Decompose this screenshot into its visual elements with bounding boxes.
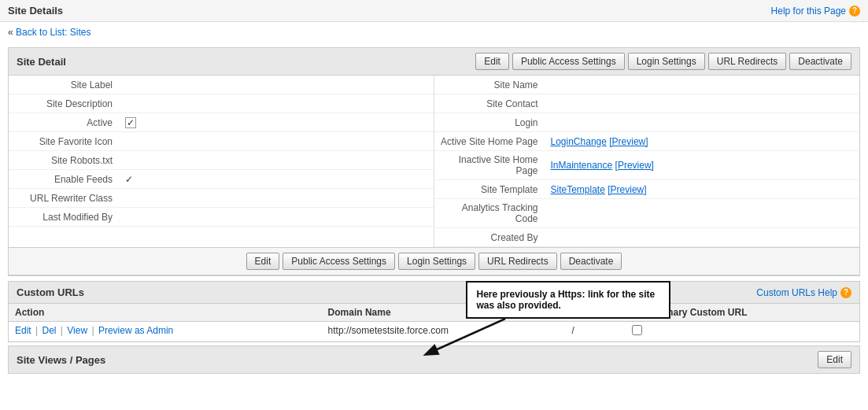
site-detail-title: Site Detail: [17, 56, 66, 68]
separator-1: |: [35, 325, 40, 336]
favorite-icon-label: Site Favorite Icon: [9, 133, 119, 150]
active-label: Active: [9, 114, 119, 131]
public-access-button-top[interactable]: Public Access Settings: [512, 53, 625, 70]
url-redirects-button-top[interactable]: URL Redirects: [708, 53, 787, 70]
page-header: Site Details Help for this Page ?: [0, 0, 868, 22]
login-value: [545, 120, 860, 126]
enable-feeds-row: Enable Feeds ✓: [9, 170, 434, 189]
active-value: ✓: [119, 114, 434, 131]
custom-urls-help-icon: ?: [840, 287, 851, 298]
in-maintenance-preview-link[interactable]: [Preview]: [615, 160, 654, 171]
top-button-group: Edit Public Access Settings Login Settin…: [475, 53, 851, 70]
site-contact-row: Site Contact: [434, 94, 860, 113]
analytics-value: [545, 210, 860, 216]
site-label-label: Site Label: [9, 76, 119, 94]
inactive-home-value: InMaintenance [Preview]: [545, 157, 860, 174]
analytics-row: Analytics Tracking Code: [434, 199, 860, 228]
site-template-preview-link[interactable]: [Preview]: [608, 184, 646, 195]
last-modified-row: Last Modified By: [9, 208, 434, 227]
site-views-edit-button[interactable]: Edit: [818, 351, 851, 368]
active-home-row: Active Site Home Page LoginChange [Previ…: [434, 132, 860, 151]
col-action: Action: [9, 304, 322, 322]
public-access-button-bottom[interactable]: Public Access Settings: [283, 253, 395, 270]
site-template-label: Site Template: [434, 181, 545, 198]
site-name-value: [545, 82, 860, 88]
bottom-button-group: Edit Public Access Settings Login Settin…: [9, 247, 859, 275]
site-name-row: Site Name: [434, 76, 860, 94]
back-prefix: «: [8, 27, 13, 38]
help-link[interactable]: Help for this Page ?: [771, 6, 860, 17]
created-by-value: [545, 235, 860, 241]
svg-line-0: [427, 319, 505, 354]
page-title: Site Details: [8, 5, 63, 17]
separator-2: |: [61, 325, 65, 336]
robots-txt-value: [119, 157, 434, 164]
created-by-label: Created By: [434, 229, 545, 246]
edit-button-top[interactable]: Edit: [475, 53, 509, 70]
enable-feeds-value: ✓: [119, 171, 434, 188]
site-contact-value: [545, 101, 860, 107]
site-contact-label: Site Contact: [434, 95, 545, 113]
callout-area: Here previously a Https: link for the si…: [8, 281, 860, 342]
login-change-preview-link[interactable]: [Preview]: [609, 136, 648, 147]
callout-container: Here previously a Https: link for the si…: [419, 273, 623, 350]
left-column: Site Label Site Description Active ✓ Sit…: [9, 76, 434, 247]
help-icon: ?: [849, 6, 860, 17]
site-template-row: Site Template SiteTemplate [Preview]: [434, 180, 860, 199]
site-label-value: [119, 82, 434, 88]
separator-3: |: [91, 325, 96, 336]
site-template-link[interactable]: SiteTemplate: [551, 184, 605, 195]
action-preview-link[interactable]: Preview as Admin: [98, 325, 173, 336]
login-settings-button-bottom[interactable]: Login Settings: [398, 253, 475, 270]
deactivate-button-top[interactable]: Deactivate: [789, 53, 851, 70]
in-maintenance-link[interactable]: InMaintenance: [551, 160, 613, 171]
site-description-label: Site Description: [9, 95, 119, 113]
primary-url-checkbox[interactable]: [632, 325, 642, 335]
robots-txt-label: Site Robots.txt: [9, 152, 119, 169]
back-to-list-link[interactable]: Back to List: Sites: [16, 27, 90, 38]
right-column: Site Name Site Contact Login Active Site…: [434, 76, 860, 247]
action-view-link[interactable]: View: [67, 325, 87, 336]
url-redirects-button-bottom[interactable]: URL Redirects: [478, 253, 557, 270]
site-label-row: Site Label: [9, 76, 434, 94]
active-home-value: LoginChange [Preview]: [545, 133, 860, 150]
help-link-text: Help for this Page: [771, 6, 846, 17]
callout-box: Here previously a Https: link for the si…: [466, 281, 670, 319]
custom-urls-title: Custom URLs: [17, 286, 84, 298]
deactivate-button-bottom[interactable]: Deactivate: [560, 253, 622, 270]
favorite-icon-value: [119, 139, 434, 145]
site-detail-section: Site Detail Edit Public Access Settings …: [8, 47, 860, 276]
url-rewriter-row: URL Rewriter Class: [9, 189, 434, 208]
enable-feeds-label: Enable Feeds: [9, 171, 119, 188]
active-row: Active ✓: [9, 113, 434, 132]
last-modified-value: [119, 214, 434, 220]
action-edit-link[interactable]: Edit: [15, 325, 31, 336]
site-name-label: Site Name: [434, 76, 545, 94]
site-detail-header: Site Detail Edit Public Access Settings …: [9, 48, 859, 76]
favorite-icon-row: Site Favorite Icon: [9, 132, 434, 151]
analytics-label: Analytics Tracking Code: [434, 199, 545, 227]
login-settings-button-top[interactable]: Login Settings: [628, 53, 705, 70]
back-link-container: « Back to List: Sites: [0, 22, 868, 42]
login-change-link[interactable]: LoginChange: [551, 136, 607, 147]
custom-urls-help-text: Custom URLs Help: [756, 287, 837, 298]
url-rewriter-value: [119, 195, 434, 201]
action-del-link[interactable]: Del: [42, 325, 56, 336]
primary-url-cell: [626, 322, 859, 342]
site-description-row: Site Description: [9, 94, 434, 113]
callout-text: Here previously a Https: link for the si…: [477, 289, 656, 311]
detail-grid: Site Label Site Description Active ✓ Sit…: [9, 76, 859, 247]
action-cell: Edit | Del | View | Preview as Admin: [9, 322, 322, 342]
robots-txt-row: Site Robots.txt: [9, 151, 434, 170]
site-description-value: [119, 101, 434, 107]
site-views-title: Site Views / Pages: [17, 354, 105, 366]
login-label: Login: [434, 114, 545, 131]
last-modified-label: Last Modified By: [9, 209, 119, 226]
url-rewriter-label: URL Rewriter Class: [9, 190, 119, 207]
edit-button-bottom[interactable]: Edit: [246, 253, 280, 270]
active-checkbox[interactable]: ✓: [125, 117, 136, 128]
created-by-row: Created By: [434, 228, 860, 247]
login-row: Login: [434, 113, 860, 132]
custom-urls-help-link[interactable]: Custom URLs Help ?: [756, 287, 851, 298]
enable-feeds-checkmark: ✓: [125, 174, 133, 185]
